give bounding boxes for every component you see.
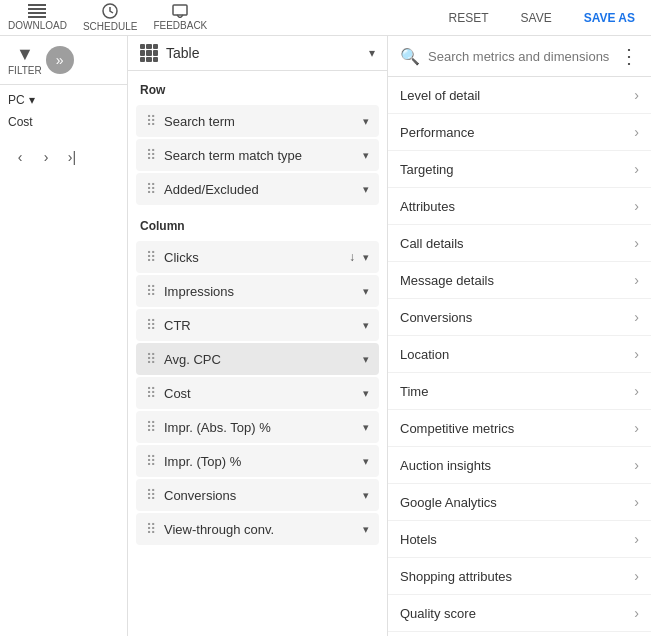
metric-row[interactable]: Quality score › — [388, 595, 651, 632]
column-item-dropdown-icon[interactable]: ▾ — [363, 285, 369, 298]
column-item[interactable]: ⠿ View-through conv. ▾ — [136, 513, 379, 545]
metric-row[interactable]: Location › — [388, 336, 651, 373]
metrics-container: Level of detail › Performance › Targetin… — [388, 77, 651, 636]
metric-row[interactable]: Time › — [388, 373, 651, 410]
row-item-dropdown-icon[interactable]: ▾ — [363, 149, 369, 162]
metric-row[interactable]: Bid simulator › — [388, 632, 651, 636]
chevron-right-icon: › — [634, 161, 639, 177]
chevron-right-icon: › — [634, 568, 639, 584]
navigation-arrows: ‹ › ›| — [0, 137, 127, 177]
main-content: ▼ FILTER » PC ▾ Cost ‹ › ›| — [0, 36, 651, 636]
column-item-label: Conversions — [164, 488, 355, 503]
svg-rect-1 — [28, 8, 46, 10]
table-title: Table — [166, 45, 361, 61]
column-item-dropdown-icon[interactable]: ▾ — [363, 251, 369, 264]
prev-arrow[interactable]: ‹ — [8, 145, 32, 169]
cost-label: Cost — [8, 115, 119, 129]
toolbar: DOWNLOAD SCHEDULE FEEDBACK RESET SAVE SA… — [0, 0, 651, 36]
save-button[interactable]: SAVE — [513, 7, 560, 29]
search-bar: 🔍 ⋮ — [388, 36, 651, 77]
metric-row[interactable]: Message details › — [388, 262, 651, 299]
column-item[interactable]: ⠿ Impressions ▾ — [136, 275, 379, 307]
row-item-dropdown-icon[interactable]: ▾ — [363, 183, 369, 196]
metric-label: Auction insights — [400, 458, 634, 473]
svg-rect-5 — [173, 5, 187, 15]
column-item[interactable]: ⠿ CTR ▾ — [136, 309, 379, 341]
column-item[interactable]: ⠿ Clicks ↓ ▾ — [136, 241, 379, 273]
metric-row[interactable]: Hotels › — [388, 521, 651, 558]
column-item-label: Impressions — [164, 284, 355, 299]
drag-handle-icon: ⠿ — [146, 113, 156, 129]
search-input[interactable] — [428, 49, 611, 64]
sort-icon: ↓ — [349, 250, 355, 264]
middle-panel-header: Table ▾ — [128, 36, 387, 71]
drag-handle-icon: ⠿ — [146, 249, 156, 265]
left-panel: ▼ FILTER » PC ▾ Cost ‹ › ›| — [0, 36, 128, 636]
collapse-button[interactable]: » — [46, 46, 74, 74]
column-item-dropdown-icon[interactable]: ▾ — [363, 455, 369, 468]
metric-label: Quality score — [400, 606, 634, 621]
metric-label: Location — [400, 347, 634, 362]
feedback-button[interactable]: FEEDBACK — [153, 4, 207, 31]
column-item[interactable]: ⠿ Impr. (Abs. Top) % ▾ — [136, 411, 379, 443]
column-item[interactable]: ⠿ Impr. (Top) % ▾ — [136, 445, 379, 477]
drag-handle-icon: ⠿ — [146, 147, 156, 163]
metric-row[interactable]: Level of detail › — [388, 77, 651, 114]
metric-row[interactable]: Google Analytics › — [388, 484, 651, 521]
metric-row[interactable]: Performance › — [388, 114, 651, 151]
column-item-label: Impr. (Top) % — [164, 454, 355, 469]
metric-label: Targeting — [400, 162, 634, 177]
chevron-right-icon: › — [634, 531, 639, 547]
reset-button[interactable]: RESET — [441, 7, 497, 29]
metric-label: Attributes — [400, 199, 634, 214]
metric-row[interactable]: Targeting › — [388, 151, 651, 188]
column-item-dropdown-icon[interactable]: ▾ — [363, 387, 369, 400]
column-item-dropdown-icon[interactable]: ▾ — [363, 353, 369, 366]
save-as-button[interactable]: SAVE AS — [576, 7, 643, 29]
right-panel: 🔍 ⋮ Level of detail › Performance › Targ… — [388, 36, 651, 636]
search-icon: 🔍 — [400, 47, 420, 66]
filter-button[interactable]: ▼ FILTER — [8, 44, 42, 76]
metric-row[interactable]: Conversions › — [388, 299, 651, 336]
column-item[interactable]: ⠿ Avg. CPC ▾ — [136, 343, 379, 375]
row-section-label: Row — [128, 71, 387, 103]
pc-selector[interactable]: PC ▾ — [8, 93, 119, 107]
metric-row[interactable]: Competitive metrics › — [388, 410, 651, 447]
last-arrow[interactable]: ›| — [60, 145, 84, 169]
schedule-button[interactable]: SCHEDULE — [83, 3, 137, 32]
metric-row[interactable]: Call details › — [388, 225, 651, 262]
drag-handle-icon: ⠿ — [146, 385, 156, 401]
left-inner: PC ▾ Cost — [0, 85, 127, 137]
chevron-right-icon: › — [634, 272, 639, 288]
column-item-dropdown-icon[interactable]: ▾ — [363, 421, 369, 434]
row-item[interactable]: ⠿ Search term match type ▾ — [136, 139, 379, 171]
column-item-dropdown-icon[interactable]: ▾ — [363, 319, 369, 332]
column-item[interactable]: ⠿ Conversions ▾ — [136, 479, 379, 511]
download-button[interactable]: DOWNLOAD — [8, 4, 67, 31]
row-item-label: Added/Excluded — [164, 182, 355, 197]
next-arrow[interactable]: › — [34, 145, 58, 169]
row-item[interactable]: ⠿ Added/Excluded ▾ — [136, 173, 379, 205]
metric-row[interactable]: Shopping attributes › — [388, 558, 651, 595]
table-dropdown-icon[interactable]: ▾ — [369, 46, 375, 60]
drag-handle-icon: ⠿ — [146, 487, 156, 503]
metric-row[interactable]: Auction insights › — [388, 447, 651, 484]
column-item-dropdown-icon[interactable]: ▾ — [363, 523, 369, 536]
more-options-icon[interactable]: ⋮ — [619, 44, 639, 68]
column-item[interactable]: ⠿ Cost ▾ — [136, 377, 379, 409]
metric-label: Competitive metrics — [400, 421, 634, 436]
middle-panel: Table ▾ Row ⠿ Search term ▾ ⠿ Search ter… — [128, 36, 388, 636]
column-item-label: Impr. (Abs. Top) % — [164, 420, 355, 435]
metric-label: Time — [400, 384, 634, 399]
drag-handle-icon: ⠿ — [146, 521, 156, 537]
chevron-right-icon: › — [634, 383, 639, 399]
column-item-dropdown-icon[interactable]: ▾ — [363, 489, 369, 502]
metric-row[interactable]: Attributes › — [388, 188, 651, 225]
panel-header: ▼ FILTER » — [0, 36, 127, 85]
column-items-container: ⠿ Clicks ↓ ▾ ⠿ Impressions ▾ ⠿ CTR ▾ ⠿ A… — [128, 239, 387, 547]
column-item-label: CTR — [164, 318, 355, 333]
row-item-label: Search term match type — [164, 148, 355, 163]
row-item-dropdown-icon[interactable]: ▾ — [363, 115, 369, 128]
row-item[interactable]: ⠿ Search term ▾ — [136, 105, 379, 137]
chevron-right-icon: › — [634, 457, 639, 473]
